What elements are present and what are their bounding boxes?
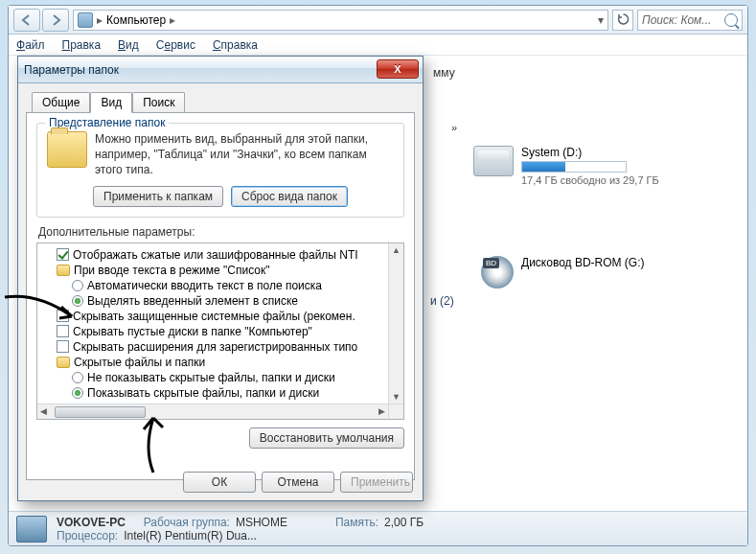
refresh-icon [617, 13, 630, 26]
opt-hidden-files: Скрытые файлы и папки [39, 355, 386, 370]
back-button[interactable] [13, 9, 40, 32]
status-cpu-label: Процессор: [57, 529, 118, 542]
tab-bar: Общие Вид Поиск [32, 91, 415, 112]
devices-panel: System (D:) 17,4 ГБ свободно из 29,7 ГБ [473, 146, 659, 207]
devices-panel-2: Дисковод BD-ROM (G:) [473, 256, 645, 310]
dialog-title-bar[interactable]: Параметры папок [18, 57, 423, 83]
chevron-down-icon[interactable]: ▾ [598, 13, 604, 27]
advanced-label: Дополнительные параметры: [38, 225, 404, 239]
status-computer-name: VOKOVE-PC [57, 516, 126, 529]
menu-bar: Файл Правка Вид Сервис Справка [9, 35, 747, 56]
drive-usage-fill [522, 162, 565, 172]
checkbox-icon[interactable] [57, 340, 69, 353]
radio-icon[interactable] [72, 280, 83, 291]
refresh-button[interactable] [612, 10, 633, 31]
breadcrumb-arrow-icon: ▸ [97, 13, 103, 27]
checkbox-icon[interactable] [57, 325, 69, 337]
address-bar: ▸ Компьютер ▸ ▾ Поиск: Ком... [9, 6, 747, 35]
opt-show-encrypted[interactable]: Отображать сжатые или зашифрованные файл… [39, 247, 386, 263]
opt-select-typed[interactable]: Выделять введенный элемент в списке [39, 293, 386, 309]
folder-icon [47, 131, 87, 168]
forward-button[interactable] [42, 9, 69, 32]
dialog-title: Параметры папок [24, 63, 119, 77]
scroll-thumb[interactable] [55, 406, 146, 418]
folder-icon [57, 265, 70, 276]
opt-dont-show-hidden[interactable]: Не показывать скрытые файлы, папки и дис… [39, 370, 386, 385]
search-placeholder: Поиск: Ком... [642, 13, 711, 27]
advanced-settings-list: Отображать сжатые или зашифрованные файл… [36, 242, 404, 420]
obscured-text: мму [433, 66, 455, 80]
breadcrumb-arrow-icon: ▸ [170, 13, 175, 27]
tab-view[interactable]: Вид [90, 92, 132, 113]
opt-hide-empty-drives[interactable]: Скрывать пустые диски в папке "Компьютер… [39, 324, 386, 339]
menu-help[interactable]: Справка [213, 38, 258, 52]
menu-file[interactable]: Файл [16, 38, 45, 52]
apply-to-folders-button[interactable]: Применить к папкам [93, 186, 223, 207]
overflow-indicator[interactable]: » [451, 122, 457, 133]
drive-name: System (D:) [521, 146, 659, 159]
restore-defaults-button[interactable]: Восстановить умолчания [249, 427, 404, 449]
drive-name: Дисковод BD-ROM (G:) [521, 256, 645, 269]
close-button[interactable]: X [377, 59, 419, 79]
status-memory-label: Память: [335, 516, 378, 529]
folder-views-group: Представление папок Можно применить вид,… [36, 123, 404, 218]
cancel-button[interactable]: Отмена [262, 472, 334, 493]
vertical-scrollbar[interactable] [388, 243, 403, 404]
apply-button[interactable]: Применить [340, 472, 413, 493]
status-cpu: Intel(R) Pentium(R) Dua... [124, 529, 257, 542]
tab-general[interactable]: Общие [32, 92, 90, 113]
arrow-right-icon [49, 14, 62, 26]
tab-panel-view: Представление папок Можно применить вид,… [26, 112, 415, 480]
dialog-buttons: ОК Отмена Применить [183, 472, 413, 493]
ok-button[interactable]: ОК [183, 472, 256, 493]
computer-icon [78, 12, 93, 28]
drive-free-text: 17,4 ГБ свободно из 29,7 ГБ [521, 174, 659, 186]
drive-usage-bar [521, 161, 627, 173]
menu-service[interactable]: Сервис [156, 38, 195, 52]
breadcrumb-location[interactable]: Компьютер [106, 13, 166, 27]
status-bar: VOKOVE-PC Рабочая группа: MSHOME Процесс… [9, 511, 747, 545]
computer-icon [16, 516, 47, 542]
menu-edit[interactable]: Правка [62, 38, 102, 52]
checkbox-icon[interactable] [57, 248, 69, 261]
arrow-left-icon [20, 14, 34, 26]
folder-options-dialog: Параметры папок X Общие Вид Поиск Предст… [17, 56, 424, 501]
opt-show-hidden[interactable]: Показывать скрытые файлы, папки и диски [39, 385, 386, 401]
opt-hide-extensions[interactable]: Скрывать расширения для зарегистрированн… [39, 339, 386, 355]
hdd-icon [473, 146, 514, 176]
group-description: Можно применить вид, выбранный для этой … [95, 131, 394, 178]
checkbox-icon[interactable] [57, 310, 69, 322]
drive-item-d[interactable]: System (D:) 17,4 ГБ свободно из 29,7 ГБ [473, 146, 659, 186]
status-memory: 2,00 ГБ [384, 516, 424, 529]
folder-icon [57, 357, 70, 368]
opt-hide-protected[interactable]: Скрывать защищенные системные файлы (рек… [39, 309, 386, 324]
close-icon: X [394, 63, 401, 75]
reset-folders-button[interactable]: Сброс вида папок [231, 186, 348, 207]
status-workgroup-label: Рабочая группа: [144, 516, 230, 529]
search-icon [724, 13, 738, 27]
horizontal-scrollbar[interactable] [37, 404, 388, 419]
opt-auto-search[interactable]: Автоматически вводить текст в поле поиск… [39, 278, 386, 293]
radio-icon[interactable] [72, 295, 83, 307]
group-header-partial: и (2) [430, 294, 454, 308]
bd-rom-icon [473, 256, 514, 289]
menu-view[interactable]: Вид [118, 38, 139, 52]
radio-icon[interactable] [72, 387, 83, 399]
drive-item-g[interactable]: Дисковод BD-ROM (G:) [473, 256, 645, 289]
radio-icon[interactable] [72, 372, 83, 383]
opt-list-typing: При вводе текста в режиме "Список" [39, 263, 386, 278]
search-field[interactable]: Поиск: Ком... [637, 10, 743, 31]
address-field[interactable]: ▸ Компьютер ▸ ▾ [73, 10, 608, 31]
scroll-corner [388, 404, 403, 419]
tab-search[interactable]: Поиск [132, 92, 185, 113]
status-workgroup: MSHOME [236, 516, 287, 529]
